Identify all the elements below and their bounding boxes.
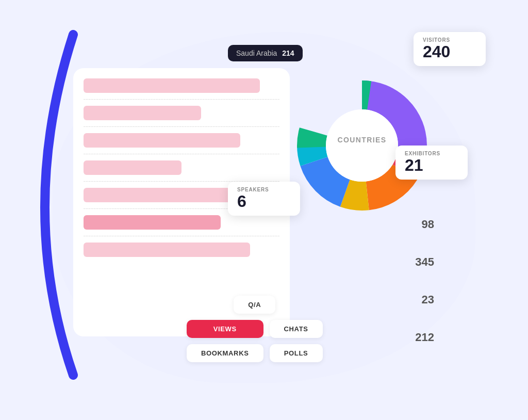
chats-button[interactable]: CHATS: [270, 320, 323, 338]
bar-2: [84, 106, 201, 120]
country-value: 214: [282, 49, 294, 57]
speakers-value: 6: [237, 192, 291, 211]
stats-numbers-column: 98 345 23 212: [415, 218, 434, 344]
visitors-value: 240: [423, 43, 476, 61]
bar-row-2: [84, 106, 279, 120]
saudi-arabia-tooltip: Saudi Arabia 214: [228, 45, 303, 61]
bar-row-7: [84, 243, 279, 257]
bar-row-1: [84, 78, 279, 93]
views-button[interactable]: VIEWS: [187, 320, 263, 338]
dashboard-container: Saudi Arabia 214 COUNT: [32, 17, 496, 403]
action-buttons-area: Q/A VIEWS CHATS BOOKMARKS POLLS: [187, 296, 323, 362]
svg-text:COUNTRIES: COUNTRIES: [337, 136, 386, 144]
exhibitors-card: EXHIBITORS 21: [395, 146, 468, 180]
exhibitors-value: 21: [405, 156, 458, 174]
bar-row-3: [84, 133, 279, 148]
bar-3: [84, 133, 240, 148]
bar-4: [84, 160, 182, 175]
bar-1: [84, 78, 260, 93]
speakers-card: SPEAKERS 6: [228, 182, 300, 216]
bar-7: [84, 243, 250, 257]
bar-row-4: [84, 160, 279, 175]
stat-number-4: 212: [415, 331, 434, 344]
visitors-card: VISITORS 240: [414, 32, 486, 66]
stat-number-2: 345: [415, 255, 434, 269]
stat-number-1: 98: [415, 218, 434, 231]
svg-point-7: [326, 109, 398, 182]
stat-number-3: 23: [415, 293, 434, 306]
bookmarks-button[interactable]: BOOKMARKS: [187, 344, 263, 362]
qa-button[interactable]: Q/A: [234, 296, 275, 314]
country-name-label: Saudi Arabia: [236, 49, 277, 57]
bar-row-6: [84, 215, 279, 230]
polls-button[interactable]: POLLS: [270, 344, 323, 362]
bar-6: [84, 215, 221, 230]
